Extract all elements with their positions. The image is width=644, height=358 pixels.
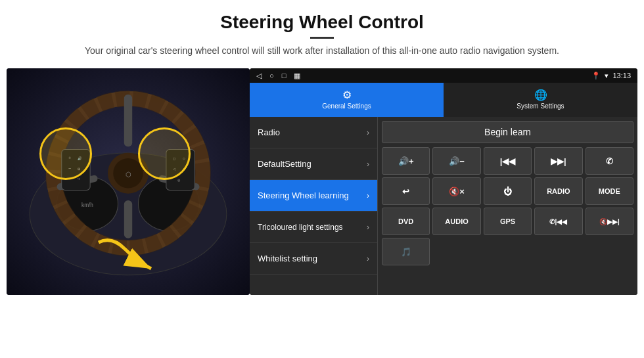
gps-label: GPS — [500, 217, 515, 225]
vol-down-button[interactable]: 🔊− — [432, 147, 480, 175]
begin-learn-button[interactable]: Begin learn — [382, 121, 633, 143]
mute-next-button[interactable]: 🔇▶▶| — [586, 208, 633, 235]
android-screen: ◁ ○ □ ▦ 📍 ▾ 13:13 ⚙ General Settings 🌐 S… — [250, 68, 637, 295]
menu-item-tricoloured[interactable]: Tricoloured light settings › — [250, 212, 377, 243]
svg-text:↪: ↪ — [78, 177, 80, 181]
back-icon[interactable]: ◁ — [256, 72, 262, 80]
power-icon: ⏻ — [503, 187, 512, 196]
arrow-icon-steering: › — [367, 191, 369, 200]
status-bar-nav: ◁ ○ □ ▦ — [256, 72, 300, 80]
mute-icon: 🔇× — [449, 187, 465, 196]
mute-next-icon: 🔇▶▶| — [599, 218, 620, 225]
arrow-icon-radio: › — [367, 128, 369, 137]
audio-button[interactable]: AUDIO — [432, 208, 480, 235]
clock: 13:13 — [612, 72, 631, 79]
title-divider — [310, 37, 334, 39]
menu-item-steering-wheel[interactable]: Steering Wheel learning › — [250, 180, 377, 212]
vol-up-button[interactable]: 🔊+ — [382, 147, 430, 175]
gear-icon: ⚙ — [342, 89, 352, 101]
controls-row2: ↩ 🔇× ⏻ RADIO MODE — [382, 177, 633, 205]
radio-label: RADIO — [547, 187, 570, 195]
page-subtitle: Your original car's steering wheel contr… — [39, 44, 605, 58]
call-prev-button[interactable]: ✆|◀◀ — [534, 208, 582, 235]
controls-row3: DVD AUDIO GPS ✆|◀◀ 🔇▶▶| — [382, 208, 633, 235]
menu-item-default-setting[interactable]: DefaultSetting › — [250, 148, 377, 180]
next-track-icon: ▶▶| — [551, 156, 566, 166]
prev-track-icon: |◀◀ — [500, 156, 516, 166]
prev-track-button[interactable]: |◀◀ — [484, 147, 532, 175]
dvd-button[interactable]: DVD — [382, 208, 430, 235]
whitelist-icon-button[interactable]: 🎵 — [382, 238, 430, 265]
next-track-button[interactable]: ▶▶| — [534, 147, 582, 175]
vol-down-icon: 🔊− — [449, 156, 465, 166]
steering-wheel-image: km/h ⬡ + − ↩ 🔊 — [7, 68, 250, 295]
highlight-left — [39, 127, 92, 180]
controls-row1: 🔊+ 🔊− |◀◀ ▶▶| ✆ — [382, 147, 633, 175]
wifi-icon: ▾ — [605, 72, 609, 80]
radio-button[interactable]: RADIO — [534, 177, 582, 205]
status-bar: ◁ ○ □ ▦ 📍 ▾ 13:13 — [250, 68, 637, 83]
begin-learn-row: Begin learn — [382, 121, 633, 143]
power-button[interactable]: ⏻ — [484, 177, 532, 205]
phone-button[interactable]: ✆ — [586, 147, 633, 175]
call-prev-icon: ✆|◀◀ — [549, 218, 567, 225]
menu-icon[interactable]: ▦ — [294, 72, 300, 80]
page-title: Steering Wheel Control — [39, 12, 605, 33]
arrow-icon-default: › — [367, 160, 369, 169]
dvd-label: DVD — [398, 217, 413, 225]
menu-item-whitelist[interactable]: Whitelist setting › — [250, 243, 377, 275]
screen-main: Radio › DefaultSetting › Steering Wheel … — [250, 117, 637, 295]
arrow-icon-tricoloured: › — [367, 223, 369, 232]
mute-button[interactable]: 🔇× — [432, 177, 480, 205]
hang-up-button[interactable]: ↩ — [382, 177, 430, 205]
hang-up-icon: ↩ — [402, 187, 409, 196]
vol-up-icon: 🔊+ — [398, 156, 414, 166]
tab-bar: ⚙ General Settings 🌐 System Settings — [250, 83, 637, 117]
recents-icon[interactable]: □ — [282, 72, 287, 79]
menu-list: Radio › DefaultSetting › Steering Wheel … — [250, 117, 378, 295]
location-icon: 📍 — [591, 72, 601, 80]
main-content: km/h ⬡ + − ↩ 🔊 — [0, 68, 644, 295]
tab-system-settings[interactable]: 🌐 System Settings — [444, 83, 637, 117]
status-bar-info: 📍 ▾ 13:13 — [591, 72, 631, 80]
arrow-overlay — [92, 229, 158, 282]
gps-button[interactable]: GPS — [484, 208, 532, 235]
controls-panel: Begin learn 🔊+ 🔊− |◀◀ ▶▶| — [378, 117, 637, 295]
phone-icon: ✆ — [606, 156, 613, 166]
page-header: Steering Wheel Control Your original car… — [0, 0, 644, 63]
menu-item-radio[interactable]: Radio › — [250, 117, 377, 148]
system-icon: 🌐 — [534, 89, 547, 101]
svg-text:⬡: ⬡ — [126, 171, 131, 178]
mode-button[interactable]: MODE — [586, 177, 633, 205]
highlight-right — [138, 127, 191, 180]
arrow-icon-whitelist: › — [367, 254, 369, 263]
home-icon[interactable]: ○ — [269, 72, 274, 79]
controls-row4: 🎵 — [382, 238, 633, 265]
mode-label: MODE — [599, 187, 620, 195]
sw-placeholder: km/h ⬡ + − ↩ 🔊 — [7, 68, 250, 295]
whitelist-icon: 🎵 — [401, 247, 411, 257]
svg-text:km/h: km/h — [81, 202, 93, 208]
audio-label: AUDIO — [445, 217, 468, 225]
tab-general-settings[interactable]: ⚙ General Settings — [250, 83, 444, 117]
